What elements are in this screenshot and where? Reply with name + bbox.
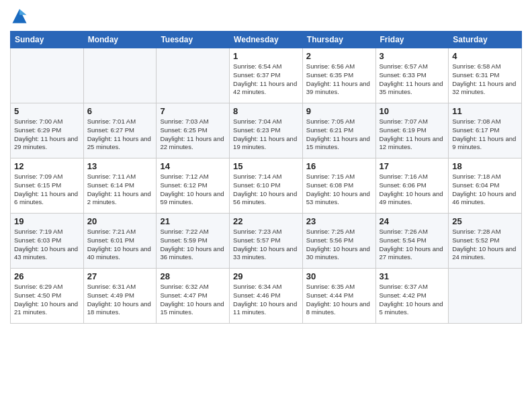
day-number: 15 — [233, 161, 299, 171]
day-info: Sunrise: 7:08 AM Sunset: 6:17 PM Dayligh… — [452, 118, 518, 152]
day-info: Sunrise: 6:34 AM Sunset: 4:46 PM Dayligh… — [233, 283, 299, 317]
day-number: 21 — [160, 216, 226, 226]
day-number: 8 — [233, 106, 299, 116]
day-number: 2 — [306, 51, 372, 61]
svg-marker-1 — [19, 9, 27, 15]
calendar-cell: 6Sunrise: 7:01 AM Sunset: 6:27 PM Daylig… — [83, 103, 157, 158]
day-info: Sunrise: 6:56 AM Sunset: 6:35 PM Dayligh… — [306, 62, 372, 97]
day-info: Sunrise: 7:28 AM Sunset: 5:52 PM Dayligh… — [452, 228, 518, 262]
day-info: Sunrise: 6:57 AM Sunset: 6:33 PM Dayligh… — [380, 62, 445, 97]
day-number: 24 — [380, 216, 445, 226]
calendar-cell: 16Sunrise: 7:15 AM Sunset: 6:08 PM Dayli… — [302, 158, 375, 214]
day-number: 14 — [160, 161, 226, 171]
day-number: 3 — [380, 51, 445, 61]
calendar-cell: 4Sunrise: 6:58 AM Sunset: 6:31 PM Daylig… — [449, 48, 522, 103]
day-info: Sunrise: 7:22 AM Sunset: 5:59 PM Dayligh… — [160, 228, 226, 262]
weekday-header-saturday: Saturday — [449, 32, 522, 48]
day-info: Sunrise: 7:18 AM Sunset: 6:04 PM Dayligh… — [452, 173, 518, 207]
day-number: 22 — [233, 216, 299, 226]
weekday-header-wednesday: Wednesday — [230, 32, 303, 48]
weekday-header-monday: Monday — [83, 32, 157, 48]
calendar-cell: 1Sunrise: 6:54 AM Sunset: 6:37 PM Daylig… — [230, 48, 303, 103]
header — [10, 7, 522, 26]
calendar-cell: 24Sunrise: 7:26 AM Sunset: 5:54 PM Dayli… — [375, 214, 449, 269]
day-number: 26 — [14, 271, 80, 281]
day-number: 1 — [233, 51, 299, 61]
day-number: 6 — [87, 106, 153, 116]
weekday-header-friday: Friday — [375, 32, 449, 48]
calendar-cell: 9Sunrise: 7:05 AM Sunset: 6:21 PM Daylig… — [302, 103, 375, 158]
day-info: Sunrise: 6:31 AM Sunset: 4:49 PM Dayligh… — [87, 283, 153, 317]
calendar-cell: 23Sunrise: 7:25 AM Sunset: 5:56 PM Dayli… — [302, 214, 375, 269]
calendar-cell — [449, 269, 522, 324]
day-info: Sunrise: 7:21 AM Sunset: 6:01 PM Dayligh… — [87, 228, 153, 262]
day-number: 30 — [306, 271, 372, 281]
day-number: 7 — [160, 106, 226, 116]
day-number: 4 — [452, 51, 518, 61]
calendar-week-row: 12Sunrise: 7:09 AM Sunset: 6:15 PM Dayli… — [11, 158, 522, 214]
calendar-cell — [157, 48, 230, 103]
day-number: 20 — [87, 216, 153, 226]
day-info: Sunrise: 6:54 AM Sunset: 6:37 PM Dayligh… — [233, 62, 299, 97]
calendar-cell: 17Sunrise: 7:16 AM Sunset: 6:06 PM Dayli… — [375, 158, 449, 214]
day-info: Sunrise: 7:19 AM Sunset: 6:03 PM Dayligh… — [14, 228, 80, 262]
day-info: Sunrise: 7:04 AM Sunset: 6:23 PM Dayligh… — [233, 118, 299, 152]
day-number: 5 — [14, 106, 80, 116]
day-number: 18 — [452, 161, 518, 171]
day-number: 23 — [306, 216, 372, 226]
calendar-cell: 27Sunrise: 6:31 AM Sunset: 4:49 PM Dayli… — [83, 269, 157, 324]
day-number: 9 — [306, 106, 372, 116]
day-info: Sunrise: 7:23 AM Sunset: 5:57 PM Dayligh… — [233, 228, 299, 262]
calendar-header-row: SundayMondayTuesdayWednesdayThursdayFrid… — [11, 32, 522, 48]
logo — [10, 7, 32, 26]
day-number: 29 — [233, 271, 299, 281]
day-info: Sunrise: 7:14 AM Sunset: 6:10 PM Dayligh… — [233, 173, 299, 207]
calendar-cell — [83, 48, 157, 103]
calendar-cell: 20Sunrise: 7:21 AM Sunset: 6:01 PM Dayli… — [83, 214, 157, 269]
calendar-cell: 28Sunrise: 6:32 AM Sunset: 4:47 PM Dayli… — [157, 269, 230, 324]
calendar-cell: 8Sunrise: 7:04 AM Sunset: 6:23 PM Daylig… — [230, 103, 303, 158]
calendar-cell: 12Sunrise: 7:09 AM Sunset: 6:15 PM Dayli… — [11, 158, 84, 214]
day-number: 16 — [306, 161, 372, 171]
calendar-cell: 2Sunrise: 6:56 AM Sunset: 6:35 PM Daylig… — [302, 48, 375, 103]
day-info: Sunrise: 7:05 AM Sunset: 6:21 PM Dayligh… — [306, 118, 372, 152]
calendar-cell: 14Sunrise: 7:12 AM Sunset: 6:12 PM Dayli… — [157, 158, 230, 214]
day-info: Sunrise: 7:00 AM Sunset: 6:29 PM Dayligh… — [14, 118, 80, 152]
day-info: Sunrise: 6:58 AM Sunset: 6:31 PM Dayligh… — [452, 62, 518, 97]
weekday-header-sunday: Sunday — [11, 32, 84, 48]
page: SundayMondayTuesdayWednesdayThursdayFrid… — [0, 0, 532, 411]
day-info: Sunrise: 7:11 AM Sunset: 6:14 PM Dayligh… — [87, 173, 153, 207]
calendar-cell: 5Sunrise: 7:00 AM Sunset: 6:29 PM Daylig… — [11, 103, 84, 158]
day-info: Sunrise: 6:37 AM Sunset: 4:42 PM Dayligh… — [380, 283, 445, 317]
day-info: Sunrise: 6:35 AM Sunset: 4:44 PM Dayligh… — [306, 283, 372, 317]
day-info: Sunrise: 7:26 AM Sunset: 5:54 PM Dayligh… — [380, 228, 445, 262]
calendar-cell: 10Sunrise: 7:07 AM Sunset: 6:19 PM Dayli… — [375, 103, 449, 158]
day-info: Sunrise: 7:12 AM Sunset: 6:12 PM Dayligh… — [160, 173, 226, 207]
calendar-cell: 18Sunrise: 7:18 AM Sunset: 6:04 PM Dayli… — [449, 158, 522, 214]
weekday-header-tuesday: Tuesday — [157, 32, 230, 48]
day-number: 12 — [14, 161, 80, 171]
day-info: Sunrise: 7:09 AM Sunset: 6:15 PM Dayligh… — [14, 173, 80, 207]
day-number: 11 — [452, 106, 518, 116]
day-info: Sunrise: 7:03 AM Sunset: 6:25 PM Dayligh… — [160, 118, 226, 152]
calendar-cell: 25Sunrise: 7:28 AM Sunset: 5:52 PM Dayli… — [449, 214, 522, 269]
calendar-table: SundayMondayTuesdayWednesdayThursdayFrid… — [10, 31, 522, 324]
day-number: 25 — [452, 216, 518, 226]
day-number: 28 — [160, 271, 226, 281]
day-info: Sunrise: 7:15 AM Sunset: 6:08 PM Dayligh… — [306, 173, 372, 207]
day-number: 19 — [14, 216, 80, 226]
calendar-cell: 3Sunrise: 6:57 AM Sunset: 6:33 PM Daylig… — [375, 48, 449, 103]
calendar-cell — [11, 48, 84, 103]
calendar-week-row: 5Sunrise: 7:00 AM Sunset: 6:29 PM Daylig… — [11, 103, 522, 158]
day-info: Sunrise: 7:07 AM Sunset: 6:19 PM Dayligh… — [380, 118, 445, 152]
calendar-cell: 7Sunrise: 7:03 AM Sunset: 6:25 PM Daylig… — [157, 103, 230, 158]
day-info: Sunrise: 7:01 AM Sunset: 6:27 PM Dayligh… — [87, 118, 153, 152]
calendar-cell: 31Sunrise: 6:37 AM Sunset: 4:42 PM Dayli… — [375, 269, 449, 324]
calendar-cell: 30Sunrise: 6:35 AM Sunset: 4:44 PM Dayli… — [302, 269, 375, 324]
logo-icon — [10, 7, 29, 26]
day-info: Sunrise: 6:29 AM Sunset: 4:50 PM Dayligh… — [14, 283, 80, 317]
day-info: Sunrise: 7:25 AM Sunset: 5:56 PM Dayligh… — [306, 228, 372, 262]
day-number: 10 — [380, 106, 445, 116]
day-number: 17 — [380, 161, 445, 171]
day-number: 31 — [380, 271, 445, 281]
